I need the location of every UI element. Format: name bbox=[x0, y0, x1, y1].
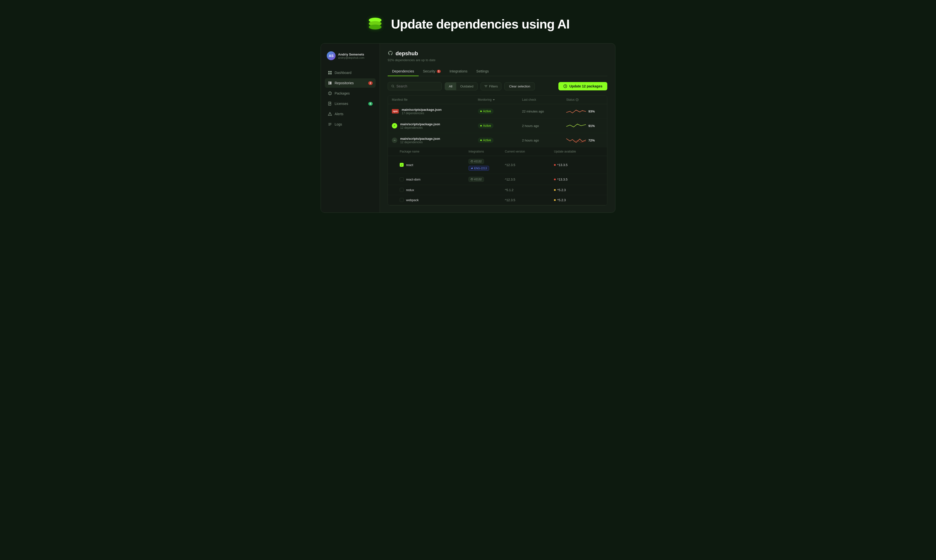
chart-1 bbox=[566, 108, 586, 115]
search-input[interactable] bbox=[396, 84, 438, 88]
pkg-col-current: Current version bbox=[505, 150, 554, 153]
update-dot-reactdom bbox=[554, 178, 556, 180]
svg-point-2 bbox=[369, 25, 382, 29]
sidebar-item-licenses[interactable]: Licenses 6 bbox=[325, 99, 376, 108]
tab-dependencies[interactable]: Dependencies bbox=[388, 67, 419, 76]
table-header: Manifest file Monitoring Last check Stat… bbox=[388, 95, 607, 104]
chart-2 bbox=[566, 122, 586, 129]
filter-icon bbox=[484, 85, 488, 88]
filter-outdated-btn[interactable]: Outdated bbox=[456, 83, 477, 90]
col-lastcheck: Last check bbox=[522, 98, 566, 102]
sidebar-label-logs: Logs bbox=[335, 122, 342, 126]
info-icon: ? bbox=[576, 98, 579, 101]
user-email: andriy@depshub.com bbox=[338, 56, 364, 59]
pkg-checkbox-webpack[interactable] bbox=[400, 198, 403, 202]
user-name: Andriy Semenets bbox=[338, 52, 364, 56]
svg-rect-7 bbox=[328, 82, 330, 83]
sidebar-label-repositories: Repositories bbox=[335, 81, 354, 85]
dashboard-icon bbox=[328, 71, 332, 75]
package-row-reactdom[interactable]: react-dom #2132 ^12.3.5 ^13.3.5 bbox=[388, 174, 607, 185]
github-small-icon-2 bbox=[471, 178, 473, 180]
pkg-col-update: Update available bbox=[554, 150, 603, 153]
pkg-name-react: react bbox=[406, 163, 413, 167]
update-icon bbox=[563, 84, 567, 88]
sidebar-item-logs[interactable]: Logs bbox=[325, 120, 376, 129]
app-window: AS Andriy Semenets andriy@depshub.com Da… bbox=[320, 43, 616, 213]
pkg-col-name: Package name bbox=[400, 150, 468, 153]
packages-header: Package name Integrations Current versio… bbox=[388, 148, 607, 156]
tab-settings[interactable]: Settings bbox=[472, 67, 493, 76]
pkg-checkbox-reactdom[interactable] bbox=[400, 177, 403, 181]
update-packages-btn[interactable]: Update 12 packages bbox=[559, 82, 607, 91]
hero-logo bbox=[366, 15, 384, 34]
repo-name: depshub bbox=[396, 50, 418, 57]
sidebar-item-packages[interactable]: Packages bbox=[325, 89, 376, 98]
avatar: AS bbox=[327, 51, 336, 60]
user-info: AS Andriy Semenets andriy@depshub.com bbox=[325, 49, 376, 62]
svg-text:?: ? bbox=[577, 99, 578, 101]
search-box[interactable] bbox=[388, 82, 442, 91]
manifest-2-status: 91% bbox=[566, 122, 603, 129]
github-badge-react[interactable]: #2132 bbox=[468, 159, 484, 164]
manifest-2-name: main/scripts/package.json bbox=[400, 122, 440, 126]
github-small-icon bbox=[471, 160, 473, 163]
manifest-1-monitoring: Active bbox=[478, 109, 494, 114]
filters-label: Filters bbox=[489, 85, 498, 88]
package-row-redux[interactable]: redux ^5.1.2 ^5.2.3 bbox=[388, 185, 607, 195]
logs-icon bbox=[328, 122, 332, 126]
manifest-row-2-header[interactable]: ✓ main/scripts/package.json 12 dependenc… bbox=[388, 118, 607, 133]
pkg-checkbox-react[interactable]: ✓ bbox=[400, 163, 403, 167]
sidebar-item-dashboard[interactable]: Dashboard bbox=[325, 68, 376, 77]
sidebar-item-alerts[interactable]: Alerts bbox=[325, 109, 376, 118]
sidebar: AS Andriy Semenets andriy@depshub.com Da… bbox=[321, 43, 380, 212]
manifest-row-2: ✓ main/scripts/package.json 12 dependenc… bbox=[388, 118, 607, 133]
pkg-update-webpack: ^5.2.3 bbox=[554, 198, 603, 202]
pkg-name-webpack: webpack bbox=[406, 198, 419, 202]
svg-point-16 bbox=[330, 115, 330, 115]
sidebar-item-repositories[interactable]: Repositories 2 bbox=[325, 78, 376, 88]
filter-group: All Outdated bbox=[445, 82, 477, 91]
svg-line-21 bbox=[393, 87, 394, 88]
pkg-update-react: ^13.3.5 bbox=[554, 163, 603, 167]
sidebar-label-packages: Packages bbox=[335, 91, 349, 95]
package-row-react[interactable]: ✓ react #2132 ENG-2213 bbox=[388, 156, 607, 174]
pkg-checkbox-redux[interactable] bbox=[400, 188, 403, 192]
manifest-3-name: main/scripts/package.json bbox=[400, 137, 440, 140]
manifest-row-1-header[interactable]: npm main/scripts/package.json 17 depende… bbox=[388, 104, 607, 118]
npm-icon: npm bbox=[392, 109, 399, 114]
hero-section: Update dependencies using AI bbox=[296, 0, 640, 43]
github-badge-reactdom[interactable]: #2132 bbox=[468, 177, 484, 182]
package-row-webpack[interactable]: webpack ^12.3.5 ^5.2.3 bbox=[388, 195, 607, 205]
jira-icon bbox=[471, 167, 473, 169]
sidebar-label-alerts: Alerts bbox=[335, 112, 343, 116]
licenses-badge: 6 bbox=[368, 102, 373, 106]
manifest-2-lastcheck: 2 hours ago bbox=[522, 124, 566, 128]
packages-subtable: Package name Integrations Current versio… bbox=[388, 148, 607, 205]
status-dot bbox=[480, 111, 482, 112]
alerts-icon bbox=[328, 112, 332, 116]
update-dot-webpack bbox=[554, 199, 556, 201]
sort-icon bbox=[493, 98, 495, 101]
pkg-current-redux: ^5.1.2 bbox=[505, 188, 554, 192]
manifest-3-status: 72% bbox=[566, 137, 603, 144]
jira-badge-react[interactable]: ENG-2213 bbox=[468, 166, 489, 171]
filters-btn[interactable]: Filters bbox=[480, 82, 502, 91]
repositories-icon bbox=[328, 81, 332, 85]
dependencies-table: Manifest file Monitoring Last check Stat… bbox=[388, 95, 607, 206]
manifest-3-deps: 12 dependencies bbox=[400, 140, 440, 144]
tab-integrations[interactable]: Integrations bbox=[445, 67, 472, 76]
tab-security[interactable]: Security 1 bbox=[419, 67, 445, 76]
manifest-1-status: 93% bbox=[566, 108, 603, 115]
filter-all-btn[interactable]: All bbox=[445, 83, 456, 90]
pkg-name-reactdom: react-dom bbox=[406, 178, 420, 181]
manifest-1-lastcheck: 22 minutes ago bbox=[522, 109, 566, 113]
manifest-row-3-header[interactable]: − main/scripts/package.json 12 dependenc… bbox=[388, 133, 607, 148]
svg-rect-8 bbox=[328, 83, 330, 85]
pkg-current-reactdom: ^12.3.5 bbox=[505, 178, 554, 181]
update-dot-redux bbox=[554, 189, 556, 191]
toolbar: All Outdated Filters Clear selection Upd… bbox=[388, 82, 607, 91]
clear-selection-btn[interactable]: Clear selection bbox=[504, 82, 535, 91]
col-manifest: Manifest file bbox=[392, 98, 478, 102]
pkg-name-redux: redux bbox=[406, 188, 414, 192]
update-label: Update 12 packages bbox=[569, 84, 602, 88]
